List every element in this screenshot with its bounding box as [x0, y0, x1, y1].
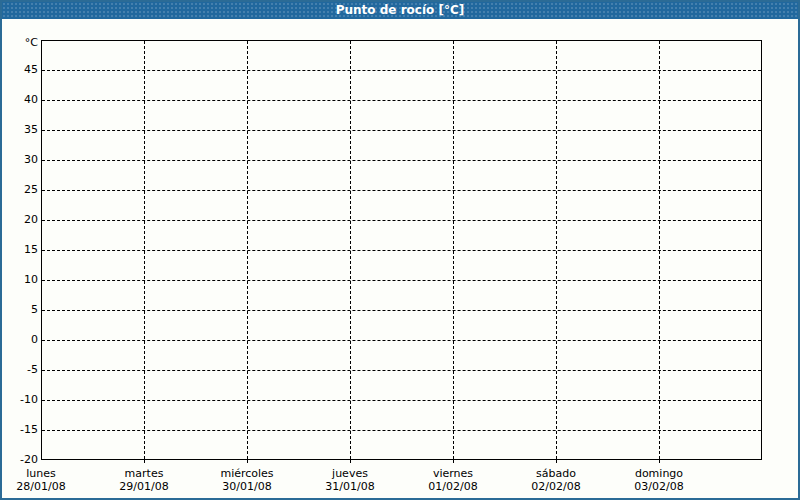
horizontal-gridline [42, 100, 761, 101]
vertical-gridline [350, 41, 351, 459]
x-label-date: 29/01/08 [96, 480, 192, 494]
plot-area [41, 40, 762, 460]
horizontal-gridline [42, 340, 761, 341]
horizontal-gridline [42, 190, 761, 191]
y-tick-label: -10 [2, 393, 38, 407]
chart-area: °C 454035302520151050-5-10-15-20lunes28/… [2, 19, 798, 498]
y-tick-label: 0 [2, 333, 38, 347]
x-label-day: miércoles [199, 467, 295, 481]
y-tick-label: 45 [2, 63, 38, 77]
horizontal-gridline [42, 400, 761, 401]
x-label-day: viernes [405, 467, 501, 481]
horizontal-gridline [42, 280, 761, 281]
horizontal-gridline [42, 430, 761, 431]
horizontal-gridline [42, 70, 761, 71]
y-tick-label: 30 [2, 153, 38, 167]
horizontal-gridline [42, 220, 761, 221]
chart-window: Punto de rocío [°C] °C 45403530252015105… [0, 0, 800, 500]
y-tick-label: 40 [2, 93, 38, 107]
vertical-gridline [144, 41, 145, 459]
chart-title: Punto de rocío [°C] [336, 3, 465, 17]
horizontal-gridline [42, 310, 761, 311]
x-axis-tick [350, 460, 351, 463]
vertical-gridline [247, 41, 248, 459]
x-label-day: lunes [0, 467, 89, 481]
x-label-date: 31/01/08 [302, 480, 398, 494]
chart-title-bar: Punto de rocío [°C] [2, 2, 798, 19]
x-label-day: sábado [508, 467, 604, 481]
vertical-gridline [453, 41, 454, 459]
horizontal-gridline [42, 130, 761, 131]
y-tick-label: 10 [2, 273, 38, 287]
y-tick-label: 15 [2, 243, 38, 257]
y-tick-label: 20 [2, 213, 38, 227]
x-label-date: 02/02/08 [508, 480, 604, 494]
x-axis-tick [659, 460, 660, 463]
x-label-date: 01/02/08 [405, 480, 501, 494]
x-axis-tick [144, 460, 145, 463]
y-tick-label: -15 [2, 423, 38, 437]
y-tick-label: -20 [2, 453, 38, 467]
horizontal-gridline [42, 370, 761, 371]
x-axis-tick [453, 460, 454, 463]
y-tick-label: 35 [2, 123, 38, 137]
y-tick-label: 5 [2, 303, 38, 317]
x-axis-tick [247, 460, 248, 463]
x-label-date: 03/02/08 [611, 480, 707, 494]
x-label-date: 28/01/08 [0, 480, 89, 494]
y-tick-label: -5 [2, 363, 38, 377]
horizontal-gridline [42, 250, 761, 251]
x-label-day: jueves [302, 467, 398, 481]
x-label-day: domingo [611, 467, 707, 481]
x-label-date: 30/01/08 [199, 480, 295, 494]
vertical-gridline [556, 41, 557, 459]
y-axis-unit-label: °C [2, 36, 38, 50]
x-label-day: martes [96, 467, 192, 481]
horizontal-gridline [42, 160, 761, 161]
y-tick-label: 25 [2, 183, 38, 197]
vertical-gridline [659, 41, 660, 459]
x-axis-tick [556, 460, 557, 463]
